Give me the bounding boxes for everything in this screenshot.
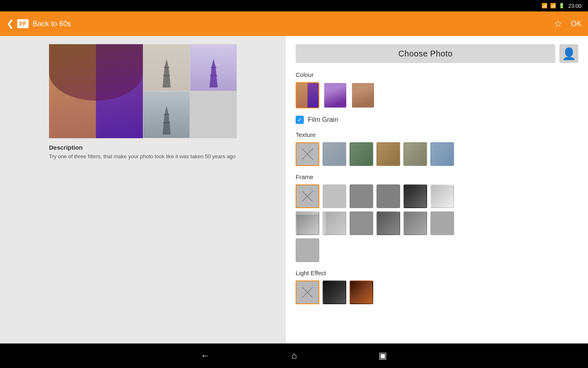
checkbox-check-icon: ✓ bbox=[297, 117, 302, 123]
colour-section: Colour bbox=[296, 71, 578, 108]
light-options bbox=[296, 280, 578, 304]
colour-option-warm[interactable] bbox=[296, 82, 319, 108]
back-label: Back to 60s bbox=[33, 20, 71, 28]
main-content: Description Try one of three filters, th… bbox=[0, 36, 588, 343]
svg-rect-2 bbox=[163, 75, 170, 76]
description-title: Description bbox=[49, 144, 237, 151]
ok-button[interactable]: OK bbox=[571, 20, 581, 28]
left-panel: Description Try one of three filters, th… bbox=[0, 36, 286, 343]
colour-option-purple[interactable] bbox=[323, 82, 347, 108]
texture-option-5[interactable] bbox=[430, 142, 454, 166]
photo-collage bbox=[49, 44, 237, 138]
svg-rect-7 bbox=[164, 114, 169, 115]
choose-photo-button[interactable]: Choose Photo bbox=[296, 44, 555, 63]
frame-option-3[interactable] bbox=[376, 184, 400, 208]
avatar-icon: 👤 bbox=[562, 47, 576, 61]
colour-options bbox=[296, 82, 578, 108]
favorite-icon[interactable]: ☆ bbox=[554, 18, 563, 29]
texture-option-2[interactable] bbox=[350, 142, 373, 166]
back-navigation[interactable]: ❮ PF Back to 60s bbox=[7, 18, 71, 29]
frame-options-row3 bbox=[296, 238, 578, 262]
texture-option-4[interactable] bbox=[403, 142, 427, 166]
bluetooth-icon: 📶 bbox=[541, 3, 548, 9]
texture-option-1[interactable] bbox=[323, 142, 346, 166]
texture-option-3[interactable] bbox=[376, 142, 400, 166]
photo-eiffel-1 bbox=[143, 44, 190, 91]
light-effect-section: Light Effect bbox=[296, 269, 578, 304]
light-option-dark[interactable] bbox=[323, 280, 346, 304]
svg-rect-5 bbox=[210, 75, 217, 76]
colour-option-sepia[interactable] bbox=[351, 82, 375, 108]
svg-rect-4 bbox=[211, 67, 216, 68]
frame-label: Frame bbox=[296, 173, 578, 180]
film-grain-checkbox[interactable]: ✓ bbox=[296, 116, 304, 124]
frame-option-10[interactable] bbox=[403, 211, 427, 235]
frame-option-7[interactable] bbox=[323, 211, 346, 235]
svg-rect-1 bbox=[164, 67, 169, 68]
status-time: 23:00 bbox=[568, 3, 581, 9]
frame-option-5[interactable] bbox=[430, 184, 454, 208]
right-panel: Choose Photo 👤 Colour bbox=[286, 36, 588, 343]
frame-option-6[interactable] bbox=[296, 211, 319, 235]
back-arrow-icon: ❮ bbox=[7, 18, 14, 29]
home-nav-button[interactable]: ⌂ bbox=[292, 350, 297, 361]
photo-main bbox=[49, 44, 143, 138]
light-option-warm[interactable] bbox=[350, 280, 373, 304]
app-logo: PF bbox=[17, 19, 29, 28]
light-option-none[interactable] bbox=[296, 280, 319, 304]
description-area: Description Try one of three filters, th… bbox=[49, 144, 237, 161]
top-bar-actions: ☆ OK bbox=[554, 18, 581, 29]
svg-marker-3 bbox=[209, 59, 218, 88]
frame-option-4[interactable] bbox=[403, 184, 427, 208]
light-effect-label: Light Effect bbox=[296, 269, 578, 276]
back-nav-button[interactable]: ← bbox=[201, 350, 210, 361]
texture-label: Texture bbox=[296, 131, 578, 138]
texture-option-none[interactable] bbox=[296, 142, 319, 166]
frame-option-8[interactable] bbox=[350, 211, 373, 235]
svg-rect-8 bbox=[163, 122, 170, 123]
film-grain-label: Film Grain bbox=[308, 116, 338, 123]
battery-icon: 🔋 bbox=[559, 3, 565, 9]
texture-options bbox=[296, 142, 578, 166]
top-bar: ❮ PF Back to 60s ☆ OK bbox=[0, 11, 588, 36]
frame-option-1[interactable] bbox=[323, 184, 346, 208]
svg-marker-6 bbox=[163, 106, 171, 135]
frame-option-2[interactable] bbox=[350, 184, 373, 208]
bottom-nav: ← ⌂ ▣ bbox=[0, 343, 588, 368]
photo-eiffel-3 bbox=[143, 91, 190, 138]
frame-option-9[interactable] bbox=[376, 211, 400, 235]
frame-section: Frame bbox=[296, 173, 578, 262]
description-text: Try one of three filters, that make your… bbox=[49, 153, 237, 161]
frame-options-row2 bbox=[296, 211, 578, 235]
svg-marker-0 bbox=[163, 59, 171, 88]
status-bar: 📶 📶 🔋 23:00 bbox=[0, 0, 588, 11]
texture-section: Texture bbox=[296, 131, 578, 166]
frame-options-row1 bbox=[296, 184, 578, 208]
status-icons: 📶 📶 🔋 bbox=[541, 3, 565, 9]
frame-option-12[interactable] bbox=[296, 238, 319, 262]
frame-option-11[interactable] bbox=[430, 211, 454, 235]
choose-photo-row: Choose Photo 👤 bbox=[296, 44, 578, 63]
frame-option-none[interactable] bbox=[296, 184, 319, 208]
colour-label: Colour bbox=[296, 71, 578, 78]
avatar-placeholder: 👤 bbox=[559, 44, 578, 63]
photo-eiffel-2 bbox=[190, 44, 237, 91]
wifi-icon: 📶 bbox=[550, 3, 556, 9]
recent-nav-button[interactable]: ▣ bbox=[379, 350, 387, 361]
film-grain-row: ✓ Film Grain bbox=[296, 116, 578, 124]
